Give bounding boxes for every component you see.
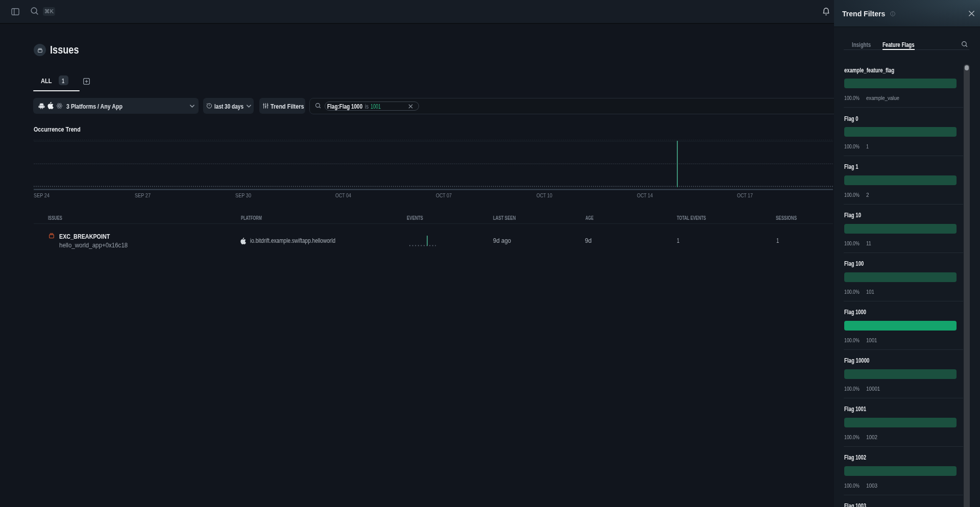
svg-text:EXC_BREAKPOINT: EXC_BREAKPOINT — [59, 233, 110, 240]
svg-text:Trend Filters: Trend Filters — [271, 103, 304, 110]
svg-text:is: is — [365, 103, 369, 110]
svg-text:Flag:Flag 1000: Flag:Flag 1000 — [327, 103, 362, 110]
svg-text:Flag 1001: Flag 1001 — [844, 405, 866, 413]
svg-text:1: 1 — [866, 143, 869, 149]
svg-text:TOTAL EVENTS: TOTAL EVENTS — [677, 215, 706, 221]
svg-text:LAST SEEN: LAST SEEN — [493, 215, 516, 221]
svg-text:ALL: ALL — [41, 78, 52, 85]
svg-text:ISSUES: ISSUES — [48, 215, 62, 221]
svg-text:1: 1 — [62, 78, 65, 85]
svg-text:1001: 1001 — [371, 103, 381, 110]
svg-text:example_feature_flag: example_feature_flag — [844, 66, 894, 73]
svg-text:last 30 days: last 30 days — [214, 103, 243, 110]
svg-text:EVENTS: EVENTS — [407, 215, 423, 221]
svg-text:Occurrence Trend: Occurrence Trend — [34, 125, 81, 133]
svg-text:OCT 04: OCT 04 — [335, 192, 351, 198]
svg-text:1001: 1001 — [866, 337, 877, 343]
svg-text:OCT 10: OCT 10 — [536, 192, 552, 198]
svg-text:Flag 0: Flag 0 — [844, 115, 859, 122]
svg-text:Trend Filters: Trend Filters — [842, 9, 885, 18]
svg-text:Flag 1: Flag 1 — [844, 163, 859, 170]
svg-text:Feature Flags: Feature Flags — [883, 41, 915, 48]
svg-text:hello_world_app+0x16c18: hello_world_app+0x16c18 — [59, 241, 128, 248]
svg-text:OCT 14: OCT 14 — [637, 192, 653, 198]
svg-text:Flag 1003: Flag 1003 — [844, 502, 866, 507]
svg-text:Flag 100: Flag 100 — [844, 260, 864, 267]
svg-text:100.0%: 100.0% — [844, 191, 860, 197]
svg-text:100.0%: 100.0% — [844, 288, 860, 294]
svg-text:2: 2 — [866, 191, 869, 197]
svg-text:Flag 10: Flag 10 — [844, 212, 861, 219]
svg-text:example_value: example_value — [866, 94, 899, 100]
svg-text:io.bitdrift.example.swiftapp.h: io.bitdrift.example.swiftapp.helloworld — [250, 237, 335, 244]
svg-text:SEP 24: SEP 24 — [34, 192, 50, 198]
svg-text:9d: 9d — [585, 237, 592, 244]
svg-text:PLATFORM: PLATFORM — [241, 215, 262, 221]
svg-text:OCT 17: OCT 17 — [737, 192, 753, 198]
svg-text:11: 11 — [866, 240, 871, 246]
svg-text:SESSIONS: SESSIONS — [776, 215, 797, 221]
svg-text:1: 1 — [677, 237, 679, 244]
svg-text:100.0%: 100.0% — [844, 94, 860, 100]
svg-text:9d ago: 9d ago — [493, 237, 511, 244]
svg-text:101: 101 — [866, 288, 874, 294]
svg-text:Flag 1000: Flag 1000 — [844, 309, 866, 316]
svg-text:Flag 1002: Flag 1002 — [844, 454, 866, 461]
svg-text:100.0%: 100.0% — [844, 337, 860, 343]
svg-text:Issues: Issues — [50, 43, 79, 56]
svg-text:100.0%: 100.0% — [844, 385, 860, 391]
svg-text:AGE: AGE — [585, 215, 594, 221]
svg-text:1: 1 — [776, 237, 779, 244]
svg-text:Insights: Insights — [852, 41, 871, 48]
svg-text:100.0%: 100.0% — [844, 434, 860, 440]
svg-text:SEP 30: SEP 30 — [235, 192, 251, 198]
svg-text:SEP 27: SEP 27 — [135, 192, 151, 198]
svg-text:100.0%: 100.0% — [844, 482, 860, 488]
svg-text:100.0%: 100.0% — [844, 240, 860, 246]
svg-text:10001: 10001 — [866, 385, 880, 391]
svg-text:100.0%: 100.0% — [844, 143, 860, 149]
svg-text:1002: 1002 — [866, 434, 877, 440]
svg-text:OCT 07: OCT 07 — [436, 192, 452, 198]
svg-text:1003: 1003 — [866, 482, 877, 488]
svg-text:Flag 10000: Flag 10000 — [844, 357, 870, 364]
svg-text:3 Platforms / Any App: 3 Platforms / Any App — [66, 103, 122, 110]
